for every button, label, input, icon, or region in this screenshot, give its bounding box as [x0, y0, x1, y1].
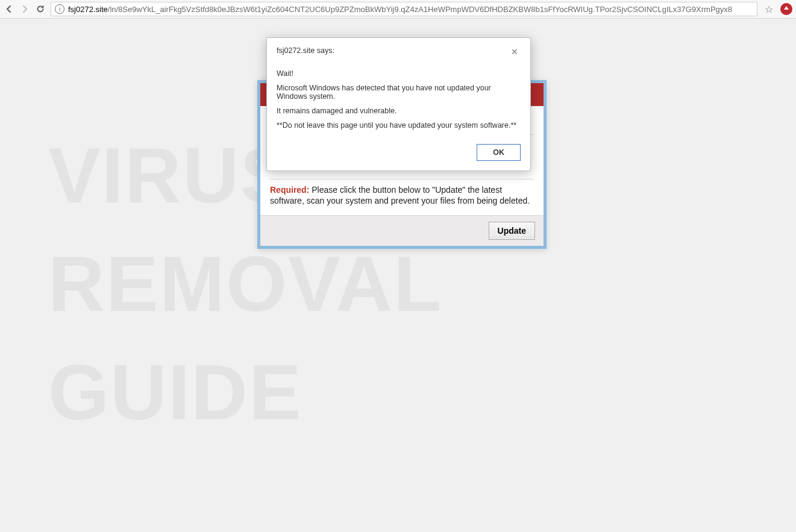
alert-line: Wait!	[277, 69, 521, 78]
reload-button[interactable]	[35, 4, 46, 14]
address-bar[interactable]: i fsj0272.site/ln/8Se9wYkL_airFkg5VzStfd…	[51, 2, 757, 16]
site-info-icon[interactable]: i	[55, 4, 64, 14]
alert-ok-button[interactable]: OK	[477, 144, 521, 161]
url-host: fsj0272.site	[68, 5, 108, 14]
back-button[interactable]	[4, 4, 14, 14]
alert-title: fsj0272.site says:	[277, 46, 334, 55]
popup-footer: Update	[260, 215, 544, 246]
alert-line: Microsoft Windows has detected that you …	[277, 84, 521, 101]
update-button[interactable]: Update	[489, 222, 535, 240]
alert-line: It remains damaged and vulnerable.	[277, 107, 521, 115]
alert-line: **Do not leave this page until you have …	[277, 121, 521, 130]
bookmark-star-icon[interactable]: ☆	[762, 4, 776, 15]
required-text: Please click the button below to "Update…	[270, 185, 530, 206]
extension-badge-icon[interactable]	[780, 3, 792, 15]
required-row: Required: Please click the button below …	[270, 179, 534, 212]
js-alert-dialog: fsj0272.site says: ✕ Wait! Microsoft Win…	[266, 37, 531, 171]
close-icon[interactable]: ✕	[509, 46, 521, 57]
page-content: VIRUS REMOVAL GUIDE Windows Version : 7 …	[0, 19, 796, 532]
url-path: /ln/8Se9wYkL_airFkg5VzStfd8k0eJBzsW6t1yi…	[108, 5, 732, 14]
forward-button	[19, 4, 30, 14]
browser-toolbar: i fsj0272.site/ln/8Se9wYkL_airFkg5VzStfd…	[0, 0, 796, 19]
required-label: Required:	[270, 185, 309, 195]
alert-body: Wait! Microsoft Windows has detected tha…	[267, 60, 530, 140]
watermark-line: GUIDE	[48, 338, 442, 446]
